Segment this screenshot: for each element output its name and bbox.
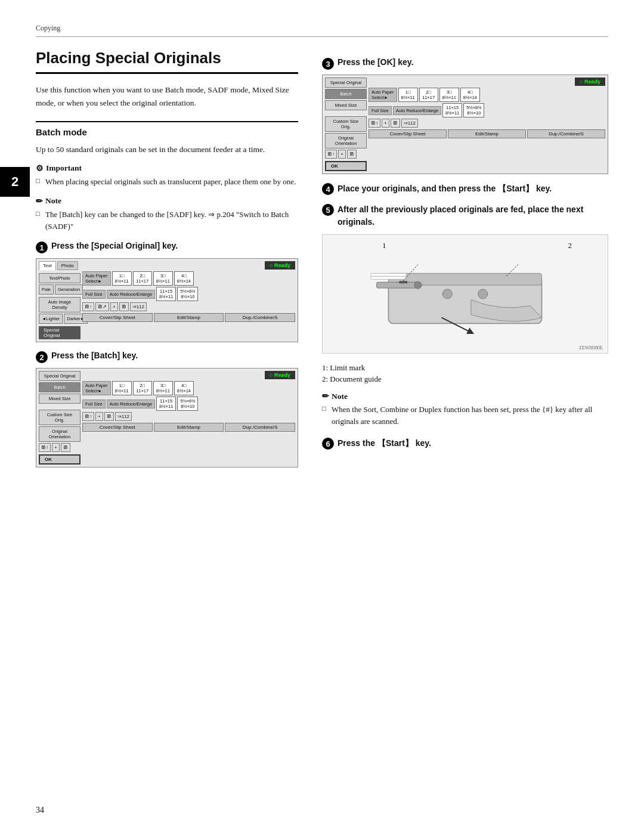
ui-paper2-3w[interactable]: 3□8½×11 [153, 381, 173, 395]
ui-tab-row-1: Text Photo [39, 261, 80, 270]
step2-text: Press the [Batch] key. [51, 351, 138, 360]
ui-btn-mixedsize-3[interactable]: Mixed Size [325, 100, 367, 110]
ui-paper3-2w[interactable]: 2□11×17 [419, 88, 438, 102]
ui-tab-text[interactable]: Text [39, 261, 56, 270]
svg-point-10 [478, 289, 488, 299]
ui-orient4-3[interactable]: 🖹 [347, 150, 357, 159]
ui-orient-btn-1[interactable]: 🖹↑ [82, 302, 94, 311]
ui-mock-step1: Text Photo Text/Photo Pale Generation Au… [36, 258, 298, 342]
ui-btn-origorien-3[interactable]: Original Orientation [325, 133, 367, 148]
content-layout: Placing Special Originals Use this funct… [36, 49, 608, 476]
ui-orient5-4[interactable]: ⇒112 [401, 119, 418, 128]
step5-header: 5 After all the previously placed origin… [322, 203, 608, 228]
ui-row-lighter-darker: ◄Lighter Darker► [39, 314, 80, 324]
gear-icon: ⚙ [36, 163, 44, 174]
ui-paper3-4w[interactable]: 4□8½×14 [460, 88, 480, 102]
ui-btn-special-orig3[interactable]: Special Original [325, 78, 367, 88]
ui-orient5-2[interactable]: + [382, 119, 389, 128]
ui-orient-btn-2[interactable]: 🖹↗ [95, 302, 109, 311]
step1-header: 1 Press the [Special Original] key. [36, 241, 298, 253]
ui-paper3-1w[interactable]: 1□8½×11 [398, 88, 418, 102]
ui-cover-btn[interactable]: Cover/Slip Sheet [82, 313, 153, 322]
step5-number: 5 [322, 204, 334, 216]
note-item-bottom: When the Sort, Combine or Duplex functio… [322, 404, 608, 428]
ui-paper-11x15[interactable]: 11×158½×11 [156, 287, 176, 301]
ui-btn-generation[interactable]: Generation [55, 284, 83, 295]
svg-rect-8 [399, 281, 407, 283]
note-title-batch: ✏ Note [36, 196, 298, 206]
ui-tab-photo[interactable]: Photo [57, 261, 78, 270]
ui-paper3-11x15[interactable]: 11×158½×11 [442, 103, 462, 117]
ui-paper3-5hx8h[interactable]: 5½×8½8½×10 [463, 103, 484, 117]
ui-dup-btn-2[interactable]: Dup./Combine/S [225, 423, 295, 432]
ui-orient2-3[interactable]: 🖹 [61, 443, 70, 452]
ui-dup-btn-3[interactable]: Dup./Combine/S [527, 129, 605, 138]
ui-paper-3w[interactable]: 3□8½×11 [153, 271, 173, 286]
ui-orient3-1[interactable]: 🖹↑ [82, 412, 94, 421]
ui-ready-badge-1: ○ Ready [265, 261, 295, 270]
ui-orient4-1[interactable]: 🖹↑ [325, 150, 337, 159]
svg-point-3 [414, 281, 422, 289]
ui-paper2-2w[interactable]: 2□11×17 [133, 381, 152, 395]
ui-btn-density[interactable]: Auto Image Density [39, 297, 80, 312]
ui-orient2-2[interactable]: + [52, 443, 60, 452]
ui-dup-btn[interactable]: Dup./Combine/S [225, 313, 295, 322]
ui-btn-special-orig2[interactable]: Special Original [39, 371, 80, 381]
ui-mock-step2: Special Original Batch Mixed Size Custom… [36, 368, 298, 467]
ui-orient-btn-5[interactable]: ⇒112 [130, 302, 147, 311]
ui-ok-button-3[interactable]: OK [325, 161, 367, 171]
ui-orient5-3[interactable]: 🖹 [391, 119, 400, 128]
ui-header-1: ○ Ready [82, 261, 295, 270]
ui-orient3-3[interactable]: 🖹 [104, 412, 114, 421]
ui-editstamp-btn-3[interactable]: Edit/Stamp [448, 129, 526, 138]
ui-fullsize-label: Full Size [82, 290, 106, 299]
ui-paper-1w[interactable]: 1□8½×11 [112, 271, 132, 286]
note-item-batch: The [Batch] key can be changed to the [S… [36, 209, 298, 233]
left-column: Placing Special Originals Use this funct… [36, 49, 298, 476]
ui-orient-row-4: 🖹↑ + 🖹 [325, 150, 367, 159]
svg-rect-4 [371, 276, 406, 279]
step4-number: 4 [322, 183, 334, 195]
header-rule [36, 36, 608, 37]
ui-btn-customorig-3[interactable]: Custom Size Orig. [325, 116, 367, 132]
ui-orient4-2[interactable]: + [338, 150, 346, 159]
diagram-label-2: 2 [568, 241, 572, 250]
ui-orient-row-1: 🖹↑ 🖹↗ + 🖹 ⇒112 [82, 302, 295, 311]
ui-paper-4w[interactable]: 4□8½×14 [174, 271, 194, 286]
ui-paper2-5hx6h[interactable]: 5½×6½8½×10 [177, 397, 198, 411]
ui-paper2-11x15[interactable]: 11×158½×11 [156, 397, 176, 411]
ui-orient5-1[interactable]: 🖹↑ [369, 119, 380, 128]
ui-paper-5hx8h[interactable]: 5½×8½8½×10 [177, 287, 198, 301]
ui-btn-customorig[interactable]: Custom Size Orig. [39, 410, 80, 425]
ui-paper2-4w[interactable]: 4□8½×14 [174, 381, 194, 395]
ui-orient-btn-3[interactable]: + [110, 302, 118, 311]
ui-btn-pale[interactable]: Pale [39, 284, 54, 295]
ui-special-orig-btn[interactable]: Special Original [39, 326, 80, 339]
ui-btn-mixedsize[interactable]: Mixed Size [39, 394, 80, 404]
ui-btn-batch-3[interactable]: Batch [325, 89, 367, 99]
step5-text: After all the previously placed original… [338, 203, 608, 228]
ui-paper2-1w[interactable]: 1□8½×11 [112, 381, 132, 395]
section-rule [36, 121, 298, 122]
step1-number: 1 [36, 241, 48, 253]
ui-ok-button-2[interactable]: OK [39, 454, 80, 465]
ui-editstamp-btn[interactable]: Edit/Stamp [154, 313, 224, 322]
ui-orient3-4[interactable]: ⇒112 [115, 412, 132, 421]
diagram-container: 1 2 [322, 234, 608, 354]
ui-btn-textphoto[interactable]: Text/Photo [39, 273, 80, 283]
ui-orient2-1[interactable]: 🖹↑ [39, 443, 51, 452]
ui-btn-batch[interactable]: Batch [39, 382, 80, 392]
ui-cover-btn-3[interactable]: Cover/Slip Sheet [369, 129, 447, 138]
ui-editstamp-btn-2[interactable]: Edit/Stamp [154, 423, 224, 432]
ui-orient3-2[interactable]: + [95, 412, 103, 421]
ui-paper3-3w[interactable]: 3□8½×11 [439, 88, 459, 102]
ui-bottom-row-2: Cover/Slip Sheet Edit/Stamp Dup./Combine… [82, 423, 295, 432]
ui-orient-btn-4[interactable]: 🖹 [119, 302, 129, 311]
ui-btn-lighter[interactable]: ◄Lighter [39, 314, 63, 324]
ui-cover-btn-2[interactable]: Cover/Slip Sheet [82, 423, 153, 432]
ui-paper-2w[interactable]: 2□11×17 [133, 271, 152, 286]
step3-header: 3 Press the [OK] key. [322, 57, 608, 70]
ui-ready-badge-2: ○ Ready [265, 371, 295, 379]
ui-paper-row-5: Auto PaperSelect► 1□8½×11 2□11×17 3□8½×1… [369, 88, 605, 102]
ui-btn-origorien[interactable]: Original Orientation [39, 426, 80, 442]
